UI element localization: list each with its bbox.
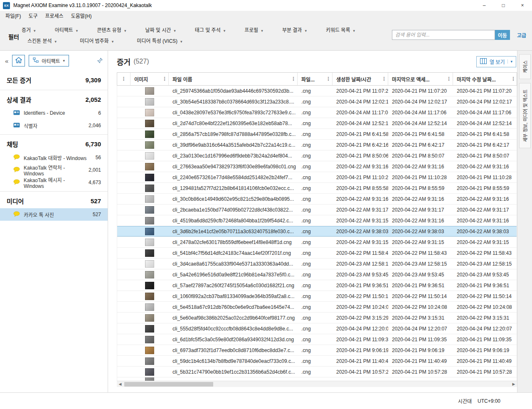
filter-row1-7[interactable]: 키워드 목록▾ bbox=[326, 26, 355, 33]
table-row[interactable]: cli_30c0b86ce14949d602e95c821c529e80ba4b… bbox=[117, 194, 517, 204]
sidebar-item-3-0[interactable]: 카카오 톡 사진527 bbox=[0, 208, 108, 221]
column-menu-icon[interactable]: ⋮ bbox=[291, 76, 296, 82]
table-row[interactable]: cli_30b54e54183387b8c0378664d693c3f123a2… bbox=[117, 96, 517, 107]
filter-row2-0[interactable]: 스킨톤 분석▾ bbox=[27, 37, 57, 44]
table-row[interactable]: cli_5e4518a67c912db760bc0e6e9cd7ba6ee164… bbox=[117, 302, 517, 313]
thumbnail-image[interactable] bbox=[145, 368, 154, 376]
thumbnail-image[interactable] bbox=[145, 174, 154, 181]
thumbnail-image[interactable] bbox=[145, 152, 154, 160]
advanced-search-link[interactable]: 고급 bbox=[517, 32, 526, 39]
menu-item-2[interactable]: 프로세스 bbox=[42, 11, 67, 20]
thumbnail-image[interactable] bbox=[145, 271, 154, 278]
table-row[interactable]: cli_6d1bfc5f5c3a0c59e80df2086a9349032f41… bbox=[117, 334, 517, 345]
table-row[interactable]: cli_5a42e6196e516d0a9e8ff21c96b81e4a7837… bbox=[117, 269, 517, 280]
nav-group-header-2[interactable]: 채팅6,730 bbox=[0, 136, 108, 151]
nav-group-header-1[interactable]: 상세 결과2,052 bbox=[0, 92, 108, 107]
thumbnail-image[interactable] bbox=[145, 347, 154, 354]
column-menu-icon[interactable]: ⋮ bbox=[511, 76, 516, 82]
table-row[interactable]: cli_1060f892a2cb37baf81334099ade364b359a… bbox=[117, 291, 517, 302]
scroll-right-icon[interactable]: ▶ bbox=[510, 382, 517, 386]
filter-row1-3[interactable]: 날짜 및 시간▾ bbox=[145, 26, 175, 33]
column-header-0[interactable]: 이미지⋮ bbox=[131, 73, 169, 85]
table-row[interactable]: cli_2856a757cb189e798fc87d7888a447895e03… bbox=[117, 129, 517, 140]
sidebar-item-2-0[interactable]: KakaoTalk 대화방 - Windows56 bbox=[0, 151, 108, 164]
thumbnail-image[interactable] bbox=[145, 377, 154, 381]
column-header-2[interactable]: 파일...⋮ bbox=[298, 73, 332, 85]
filter-row1-2[interactable]: 콘텐츠 유형▾ bbox=[97, 26, 126, 33]
filter-row1-6[interactable]: 부분 결과▾ bbox=[282, 26, 307, 33]
sidebar-item-2-1[interactable]: KakaoTalk 연락처 - Windows2,001 bbox=[0, 164, 108, 176]
thumbnail-image[interactable] bbox=[145, 141, 154, 149]
column-menu-icon[interactable]: ⋮ bbox=[121, 76, 126, 82]
column-header-5[interactable]: 마지막 수정 날짜...⋮ bbox=[453, 73, 517, 85]
thumbnail-image[interactable] bbox=[145, 239, 154, 246]
table-row[interactable]: cli_2d74d7c80e4bf222ef1260395e63e182eb58… bbox=[117, 118, 517, 129]
sidebar-item-1-0[interactable]: Identifiers - Device6 bbox=[0, 107, 108, 119]
thumbnail-image[interactable] bbox=[145, 98, 154, 106]
column-header-1[interactable]: 파일 이름⋮ bbox=[169, 73, 298, 85]
thumbnail-image[interactable] bbox=[145, 120, 154, 127]
column-view-button[interactable]: 열 보기 ▾ bbox=[476, 56, 516, 67]
thumbnail-image[interactable] bbox=[145, 303, 154, 311]
thumbnail-image[interactable] bbox=[145, 325, 154, 333]
search-go-button[interactable]: 이동 bbox=[495, 30, 510, 40]
menu-item-3[interactable]: 도움말(H) bbox=[67, 11, 96, 20]
column-menu-icon[interactable]: ⋮ bbox=[382, 76, 387, 82]
nav-group-header-3[interactable]: 미디어527 bbox=[0, 193, 108, 208]
thumbnail-image[interactable] bbox=[145, 185, 154, 192]
view-selector-dropdown[interactable]: 아티팩트 ▾ bbox=[29, 55, 69, 67]
column-menu-icon[interactable]: ⋮ bbox=[326, 76, 331, 82]
table-row[interactable]: cli_259745366ab1f050dae93ab4446c69753059… bbox=[117, 86, 517, 96]
scrollbar-thumb[interactable] bbox=[124, 382, 213, 387]
thumbnail-image[interactable] bbox=[145, 282, 154, 289]
column-header-4[interactable]: 마지막으로 액세...⋮ bbox=[388, 73, 453, 85]
table-row[interactable]: cli_3d4cae8a61755ca833f904e5371a3330363a… bbox=[117, 259, 517, 269]
thumbnail-image[interactable] bbox=[145, 293, 154, 300]
thumbnail-image[interactable] bbox=[145, 131, 154, 138]
collapse-sidebar-icon[interactable]: « bbox=[5, 57, 8, 64]
thumbnail-image[interactable] bbox=[145, 163, 154, 170]
thumbnail-image[interactable] bbox=[145, 314, 154, 322]
sidebar-item-2-2[interactable]: KakaoTalk 메시지 - Windows4,673 bbox=[0, 176, 108, 189]
thumbnail-image[interactable] bbox=[145, 109, 154, 116]
table-row[interactable]: cli_129481fa527f7d212b8b641814106fcb0e03… bbox=[117, 183, 517, 194]
column-header-3[interactable]: 생성한 날짜/시간⋮ bbox=[332, 73, 388, 85]
column-options-header[interactable]: ⋮ bbox=[117, 73, 131, 85]
thumbnail-image[interactable] bbox=[145, 195, 154, 203]
menu-item-0[interactable]: 파일(F) bbox=[2, 11, 25, 20]
table-row[interactable]: cli_39df96e9ab316c644a3515afebd42b7c22a1… bbox=[117, 140, 517, 150]
column-menu-icon[interactable]: ⋮ bbox=[446, 76, 451, 82]
home-button[interactable] bbox=[12, 55, 25, 67]
table-row[interactable]: cli_23a0130ec1d167996ed6f9debb73b24a2d4e… bbox=[117, 150, 517, 161]
filter-row1-5[interactable]: 프로필▾ bbox=[244, 26, 263, 33]
thumbnail-image[interactable] bbox=[145, 336, 154, 343]
filter-row2-1[interactable]: 미디어 범주화▾ bbox=[80, 37, 113, 44]
table-row[interactable]: cli_541bf4c7f56d14dfc24183c74aac14ef20f7… bbox=[117, 248, 517, 259]
table-row[interactable]: cli_2478a02cfe630178b559df6ebeef14f8e848… bbox=[117, 237, 517, 248]
table-row[interactable]: cli_4519ba6d8d259cfb72468fa804bba1f2b9f5… bbox=[117, 215, 517, 226]
thumbnail-image[interactable] bbox=[145, 87, 154, 95]
table-row[interactable]: cli_2240e6573261e77d48e5584dd251482e2b24… bbox=[117, 172, 517, 183]
thumbnail-image[interactable] bbox=[145, 217, 154, 224]
thumbnail-image[interactable] bbox=[145, 228, 154, 235]
table-row[interactable]: cli_555d28f5fd40cc92cccfb08d8643c8e4dd8e… bbox=[117, 323, 517, 334]
column-menu-icon[interactable]: ⋮ bbox=[162, 76, 167, 82]
table-row[interactable]: cli_2bcaeba1e150bd774d095b02722d8cf438c0… bbox=[117, 204, 517, 215]
thumbnail-image[interactable] bbox=[145, 260, 154, 268]
nav-group-header-0[interactable]: 모든 증거9,309 bbox=[0, 72, 108, 87]
right-panel-tab-0[interactable]: 케이스 bbox=[519, 54, 531, 79]
table-row[interactable]: cli_59dc1b4c6134b7b8fbd9e787840de0eacf73… bbox=[117, 356, 517, 367]
filter-row1-4[interactable]: 태그 및 주석▾ bbox=[195, 26, 225, 33]
thumbnail-image[interactable] bbox=[145, 249, 154, 257]
scrollbar-track[interactable] bbox=[123, 381, 510, 387]
table-row[interactable]: cli_0438e28097e5376e3f6c9750fea7893c7276… bbox=[117, 107, 517, 118]
filter-row1-1[interactable]: 아티팩트▾ bbox=[55, 26, 78, 33]
table-row[interactable]: cli_5e60eaf98c386b2025ac02cc2d9b640fcef9… bbox=[117, 313, 517, 323]
table-row[interactable]: cli_27663eaa50e9473829733f6f030e89e6fa09… bbox=[117, 161, 517, 172]
maximize-button[interactable]: □ bbox=[494, 0, 513, 11]
search-input[interactable] bbox=[392, 30, 495, 40]
table-row[interactable]: cli_57aef27897ac260f2745f15054a6c030d168… bbox=[117, 280, 517, 291]
table-row[interactable]: cli_3d6b2fe1e41cf2e05b70711a3c632407518f… bbox=[117, 226, 517, 237]
right-panel-tab-1[interactable]: 세부 정보, 미디어 및 텍스트 bbox=[519, 83, 531, 148]
menu-item-1[interactable]: 도구 bbox=[25, 11, 41, 20]
